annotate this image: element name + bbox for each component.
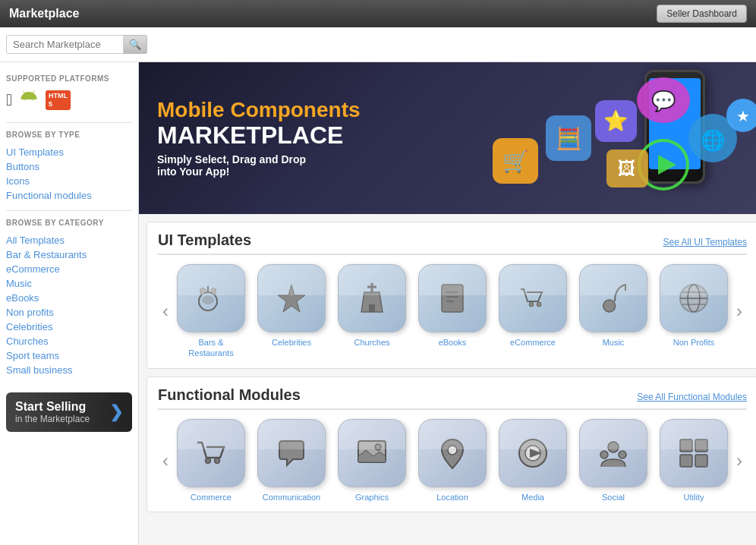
sidebar-item-icons[interactable]: Icons bbox=[6, 174, 132, 188]
sidebar-item-non-profits[interactable]: Non profits bbox=[6, 305, 132, 320]
graphics-icon bbox=[338, 419, 406, 487]
location-label: Location bbox=[436, 492, 468, 502]
ui-item-celebrities[interactable]: Celebrities bbox=[254, 264, 329, 359]
sidebar-item-celebrities[interactable]: Celebrities bbox=[6, 320, 132, 334]
celebrities-label: Celebrities bbox=[272, 337, 311, 348]
platform-icons:  HTML5 bbox=[6, 89, 132, 112]
ui-item-bars[interactable]: Bars &Restaurants bbox=[173, 264, 249, 359]
svg-point-28 bbox=[529, 302, 534, 307]
main-layout: SUPPORTED PLATFORMS  HTML5 BROWSE BY TY… bbox=[0, 62, 756, 545]
svg-text:🛒: 🛒 bbox=[502, 149, 529, 174]
nonprofits-label: Non Profits bbox=[673, 337, 714, 348]
sidebar-item-small-business[interactable]: Small business bbox=[6, 363, 132, 377]
sidebar-item-ui-templates[interactable]: UI Templates bbox=[6, 145, 132, 159]
nonprofits-icon bbox=[660, 264, 728, 332]
churches-label: Churches bbox=[354, 337, 389, 348]
svg-rect-46 bbox=[680, 439, 692, 452]
svg-point-39 bbox=[448, 446, 457, 455]
utility-icon bbox=[660, 419, 728, 487]
svg-rect-48 bbox=[680, 455, 692, 467]
sidebar-item-all-templates[interactable]: All Templates bbox=[6, 233, 132, 247]
media-label: Media bbox=[521, 492, 544, 502]
functional-modules-title: Functional Modules bbox=[158, 386, 301, 404]
fm-item-social[interactable]: Social bbox=[575, 419, 651, 502]
ebooks-label: eBooks bbox=[439, 337, 467, 348]
start-selling-button[interactable]: Start Selling in the Marketplace ❯ bbox=[6, 392, 132, 432]
music-icon bbox=[579, 264, 647, 332]
fm-item-communication[interactable]: Communication bbox=[254, 419, 329, 502]
fm-item-location[interactable]: Location bbox=[414, 419, 490, 502]
fm-carousel-next-arrow[interactable]: › bbox=[732, 450, 747, 471]
commerce-icon bbox=[177, 419, 245, 487]
fm-item-media[interactable]: Media bbox=[495, 419, 571, 502]
ui-item-music[interactable]: Music bbox=[575, 264, 651, 359]
app-title: Marketplace bbox=[9, 7, 80, 20]
see-all-functional-link[interactable]: See All Functional Modules bbox=[637, 392, 747, 402]
banner-title-line2: MARKETPLACE bbox=[157, 121, 343, 149]
svg-text:🧮: 🧮 bbox=[556, 126, 582, 151]
banner-subtitle: Simply Select, Drag and Drop into Your A… bbox=[157, 153, 361, 178]
location-icon bbox=[418, 419, 487, 487]
svg-marker-19 bbox=[278, 285, 305, 312]
ui-item-nonprofits[interactable]: Non Profits bbox=[656, 264, 732, 359]
churches-icon bbox=[338, 264, 406, 332]
ui-item-ebooks[interactable]: eBooks bbox=[414, 264, 490, 359]
svg-text:🌐: 🌐 bbox=[701, 128, 726, 153]
ui-templates-carousel: ‹ Bars &Restaurants bbox=[158, 264, 747, 359]
social-icon bbox=[579, 419, 647, 487]
ebooks-icon bbox=[418, 264, 487, 332]
search-button[interactable]: 🔍 bbox=[124, 35, 147, 54]
ecommerce-label: eCommerce bbox=[510, 337, 556, 348]
start-selling-line2: in the Marketplace bbox=[15, 414, 90, 424]
search-bar: 🔍 bbox=[0, 27, 756, 62]
sidebar-item-sport-teams[interactable]: Sport teams bbox=[6, 348, 132, 363]
svg-point-45 bbox=[619, 451, 626, 458]
fm-carousel-prev-arrow[interactable]: ‹ bbox=[158, 450, 173, 471]
fm-item-commerce[interactable]: Commerce bbox=[173, 419, 249, 502]
ui-templates-title: UI Templates bbox=[158, 232, 251, 249]
svg-text:🖼: 🖼 bbox=[618, 158, 636, 178]
graphics-label: Graphics bbox=[355, 492, 389, 502]
sidebar-item-churches[interactable]: Churches bbox=[6, 334, 132, 348]
browse-category-title: BROWSE BY CATEGORY bbox=[6, 219, 132, 227]
svg-point-35 bbox=[206, 458, 211, 463]
svg-point-18 bbox=[202, 295, 214, 304]
ui-item-churches[interactable]: Churches bbox=[334, 264, 410, 359]
ui-templates-header: UI Templates See All UI Templates bbox=[158, 232, 747, 255]
banner-phone-graphic: 🛒 🧮 ⭐ 💬 🌐 bbox=[462, 62, 756, 214]
ecommerce-icon bbox=[499, 264, 567, 332]
functional-modules-carousel: ‹ Commerce bbox=[158, 419, 747, 502]
app-header: Marketplace Seller Dashboard bbox=[0, 0, 756, 27]
sidebar-item-functional-modules[interactable]: Functional modules bbox=[6, 188, 132, 203]
media-icon bbox=[499, 419, 567, 487]
celebrities-icon bbox=[257, 264, 326, 332]
see-all-ui-templates-link[interactable]: See All UI Templates bbox=[663, 237, 747, 247]
banner-title: Mobile Components MARKETPLACE bbox=[157, 99, 361, 149]
sidebar: SUPPORTED PLATFORMS  HTML5 BROWSE BY TY… bbox=[0, 62, 139, 545]
sidebar-item-ebooks[interactable]: eBooks bbox=[6, 291, 132, 305]
seller-dashboard-button[interactable]: Seller Dashboard bbox=[657, 5, 747, 23]
sidebar-item-bar-restaurants[interactable]: Bar & Restaurants bbox=[6, 247, 132, 262]
search-icon: 🔍 bbox=[129, 39, 141, 50]
ui-templates-section: UI Templates See All UI Templates ‹ bbox=[146, 222, 756, 369]
carousel-items: Bars &Restaurants Celebrities bbox=[173, 264, 732, 359]
svg-rect-23 bbox=[369, 304, 375, 312]
sidebar-item-buttons[interactable]: Buttons bbox=[6, 159, 132, 174]
svg-text:★: ★ bbox=[736, 108, 750, 124]
svg-point-44 bbox=[600, 451, 608, 458]
main-content: Mobile Components MARKETPLACE Simply Sel… bbox=[139, 62, 756, 545]
sidebar-item-ecommerce[interactable]: eCommerce bbox=[6, 262, 132, 276]
search-input[interactable] bbox=[6, 35, 124, 54]
ui-item-ecommerce[interactable]: eCommerce bbox=[495, 264, 571, 359]
banner: Mobile Components MARKETPLACE Simply Sel… bbox=[139, 62, 756, 214]
apple-icon:  bbox=[6, 90, 12, 110]
carousel-prev-arrow[interactable]: ‹ bbox=[158, 301, 173, 322]
platforms-title: SUPPORTED PLATFORMS bbox=[6, 74, 132, 83]
svg-point-38 bbox=[375, 444, 381, 450]
commerce-label: Commerce bbox=[191, 492, 232, 502]
fm-item-utility[interactable]: Utility bbox=[656, 419, 732, 502]
fm-item-graphics[interactable]: Graphics bbox=[334, 419, 410, 502]
carousel-next-arrow[interactable]: › bbox=[732, 301, 747, 322]
sidebar-item-music[interactable]: Music bbox=[6, 276, 132, 291]
banner-text: Mobile Components MARKETPLACE Simply Sel… bbox=[139, 83, 379, 193]
